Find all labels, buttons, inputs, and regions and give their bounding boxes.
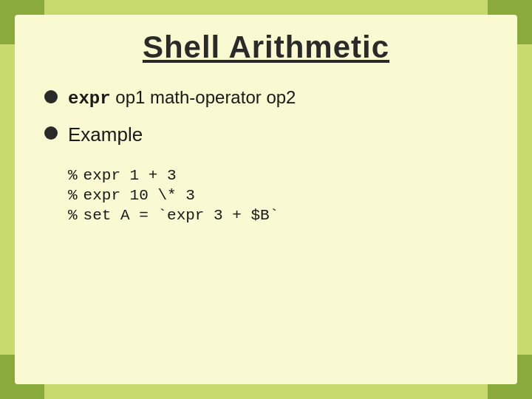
bullet-icon-1	[44, 90, 58, 103]
prompt-2: %	[68, 187, 78, 204]
code-line-2: % expr 10 \* 3	[68, 187, 488, 204]
code-block: % expr 1 + 3 % expr 10 \* 3 % set A = `e…	[68, 167, 488, 224]
page-title: Shell Arithmetic	[44, 30, 488, 65]
example-label: Example	[68, 123, 143, 146]
bullet-row-2: Example	[44, 123, 488, 146]
code-line-3: % set A = `expr 3 + $B`	[68, 207, 488, 224]
code-text-1: expr 1 + 3	[83, 167, 177, 184]
bullet-row-1: expr op1 math-operator op2	[44, 87, 488, 109]
expr-keyword: expr	[68, 89, 111, 109]
expr-syntax-rest: op1 math-operator op2	[111, 87, 296, 107]
bullet-icon-2	[44, 126, 58, 140]
prompt-1: %	[68, 167, 78, 184]
code-text-2: expr 10 \* 3	[83, 187, 195, 204]
expr-syntax-line: expr op1 math-operator op2	[68, 87, 296, 109]
prompt-3: %	[68, 207, 78, 224]
code-line-1: % expr 1 + 3	[68, 167, 488, 184]
bottom-white-box	[148, 351, 266, 384]
code-text-3: set A = `expr 3 + $B`	[83, 207, 279, 224]
main-content-card: Shell Arithmetic expr op1 math-operator …	[15, 15, 517, 384]
